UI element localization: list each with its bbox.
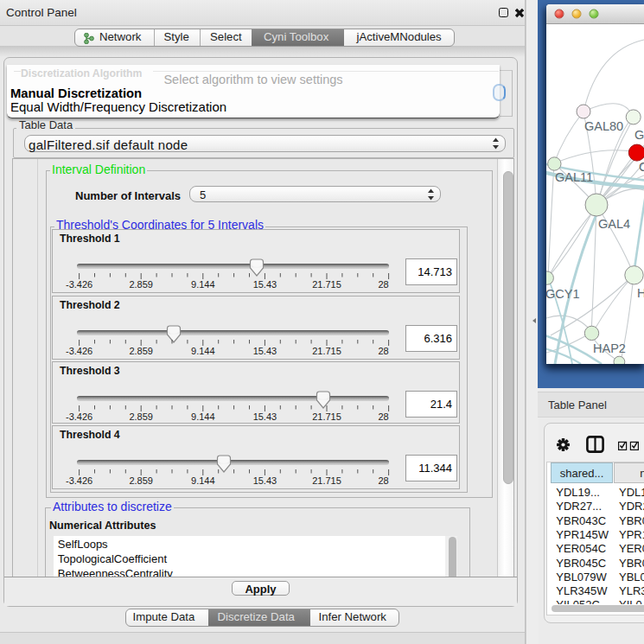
svg-text:GCY1: GCY1 — [546, 287, 580, 301]
svg-text:HAP2: HAP2 — [593, 341, 626, 355]
svg-text:GAL11: GAL11 — [555, 170, 593, 184]
svg-text:GA: GA — [634, 128, 644, 142]
svg-text:H: H — [637, 286, 644, 300]
svg-text:GAL80: GAL80 — [584, 119, 623, 133]
svg-text:GAL4: GAL4 — [598, 217, 630, 231]
svg-text:C: C — [639, 160, 644, 174]
